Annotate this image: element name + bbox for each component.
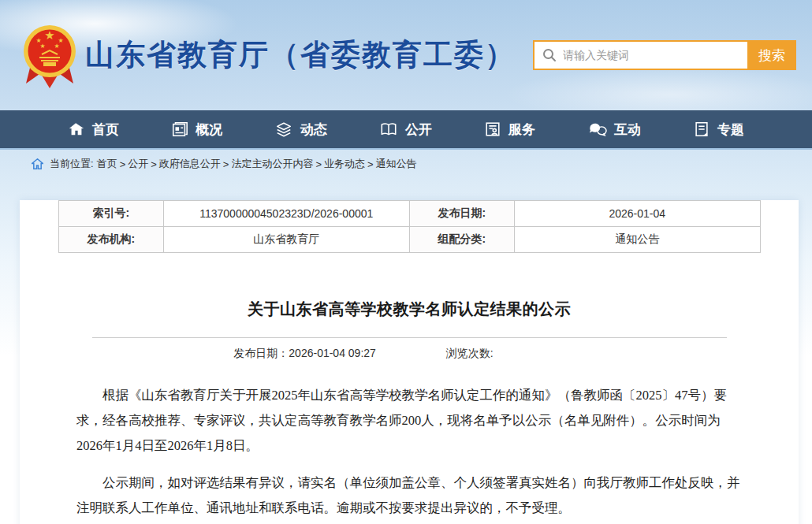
article-title: 关于山东省高等学校教学名师认定结果的公示 (76, 299, 742, 320)
nav-item-interaction[interactable]: 互动 (581, 110, 647, 148)
issuing-agency-value: 山东省教育厅 (164, 227, 410, 253)
article-body: 根据《山东省教育厅关于开展2025年山东省高等学校教学名师认定工作的通知》（鲁教… (76, 383, 742, 524)
breadcrumb-item-notices[interactable]: 通知公告 (376, 157, 417, 171)
nav-item-disclosure[interactable]: 公开 (373, 110, 438, 148)
document-icon (693, 121, 710, 138)
publish-date-label: 发布日期: (409, 201, 515, 227)
issuing-agency-label: 发布机构: (58, 227, 164, 253)
home-icon (68, 121, 85, 138)
nav-item-home[interactable]: 首页 (61, 110, 125, 148)
svg-text:★: ★ (54, 43, 59, 50)
table-row: 索引号: 11370000004502323D/2026-00001 发布日期:… (58, 201, 760, 227)
nav-item-news[interactable]: 动态 (268, 110, 333, 148)
table-row: 发布机构: 山东省教育厅 组配分类: 通知公告 (58, 227, 760, 253)
article: 关于山东省高等学校教学名师认定结果的公示 发布日期：2026-01-04 09:… (20, 299, 799, 524)
site-header: ★ ★ ★ ★ ★ 山东省教育厅（省委教育工委） 搜索 (0, 0, 812, 110)
search-button[interactable]: 搜索 (747, 40, 796, 70)
overview-icon (171, 121, 188, 138)
paragraph: 根据《山东省教育厅关于开展2025年山东省高等学校教学名师认定工作的通知》（鲁教… (76, 383, 742, 459)
paragraph: 公示期间，如对评选结果有异议，请实名（单位须加盖公章、个人须签署真实姓名）向我厅… (76, 470, 742, 521)
service-card-icon (484, 121, 501, 138)
search-box: 搜索 (533, 40, 796, 70)
article-meta: 发布日期：2026-01-04 09:27 浏览次数: (31, 347, 696, 361)
breadcrumb: 当前位置: 首页> 公开> 政府信息公开> 法定主动公开内容> 业务动态> 通知… (0, 150, 812, 178)
publish-date-value: 2026-01-04 (515, 201, 761, 227)
books-stack-icon (274, 121, 293, 138)
category-value: 通知公告 (515, 227, 761, 253)
search-icon (542, 48, 557, 62)
svg-text:★: ★ (39, 43, 45, 50)
site-title: 山东省教育厅（省委教育工委） (85, 35, 516, 75)
article-publish-date: 2026-01-04 09:27 (289, 347, 376, 359)
breadcrumb-item-business[interactable]: 业务动态 (324, 157, 365, 171)
chat-bubbles-icon (587, 121, 607, 138)
index-number-label: 索引号: (58, 201, 164, 227)
content-panel: 索引号: 11370000004502323D/2026-00001 发布日期:… (20, 200, 799, 524)
open-book-icon (379, 121, 398, 138)
breadcrumb-prefix: 当前位置: (50, 157, 94, 171)
search-input[interactable] (563, 42, 747, 69)
title-divider (92, 337, 727, 338)
main-nav: 首页 概况 动态 公开 (0, 110, 812, 150)
home-small-icon (32, 158, 43, 169)
nav-item-overview[interactable]: 概况 (165, 110, 229, 148)
breadcrumb-item-disclosure[interactable]: 公开 (128, 157, 148, 171)
breadcrumb-item-gov-info[interactable]: 政府信息公开 (159, 157, 221, 171)
breadcrumb-item-home[interactable]: 首页 (97, 157, 117, 171)
index-number-value: 11370000004502323D/2026-00001 (164, 201, 410, 227)
nav-item-services[interactable]: 服务 (478, 110, 542, 148)
document-info-table: 索引号: 11370000004502323D/2026-00001 发布日期:… (58, 200, 761, 253)
svg-text:★: ★ (44, 28, 54, 43)
breadcrumb-item-statutory[interactable]: 法定主动公开内容 (231, 157, 313, 171)
national-emblem-logo: ★ ★ ★ ★ ★ (22, 22, 77, 90)
article-publish-date-label: 发布日期： (233, 347, 289, 359)
category-label: 组配分类: (409, 227, 515, 253)
view-count-label: 浏览次数: (446, 347, 494, 359)
nav-item-topics[interactable]: 专题 (687, 110, 751, 148)
